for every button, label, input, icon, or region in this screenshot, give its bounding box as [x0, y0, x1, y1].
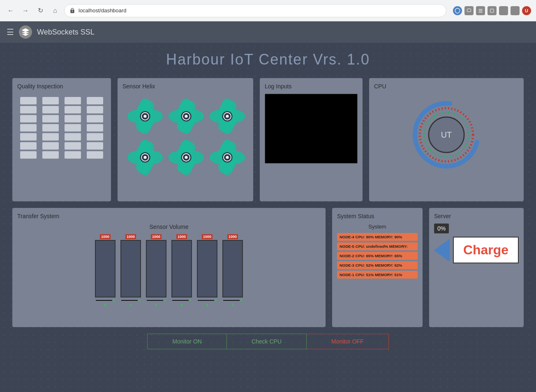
svg-point-38 — [143, 156, 146, 159]
sensor-helix-panel: Sensor Helix — [118, 78, 253, 201]
server-percent: 0% — [434, 224, 449, 233]
system-status-panel: System Status System NODE-4 CPU: 90% MEM… — [332, 208, 423, 327]
svg-point-29 — [226, 115, 229, 118]
bar-5: 1000 0 0 — [197, 234, 217, 307]
quality-cell — [65, 142, 81, 150]
bar-outer — [95, 240, 116, 297]
charge-box: Charge — [453, 237, 519, 263]
system-subtitle: System — [337, 224, 418, 230]
quality-cell — [42, 151, 59, 159]
forward-button[interactable]: → — [20, 5, 31, 16]
bar-6: 1000 0 0 — [222, 234, 243, 307]
quality-cell — [20, 142, 37, 150]
charge-arrow-icon — [434, 239, 450, 262]
quality-grid — [17, 94, 106, 162]
cpu-panel: CPU // Rendered inline below — [369, 78, 524, 201]
bar-outer — [146, 240, 166, 297]
top-row: Quality Inspection — [12, 78, 524, 201]
charge-label: Charge — [463, 242, 508, 257]
svg-rect-1 — [467, 9, 471, 12]
bar-4: 1000 0 0 — [171, 234, 192, 307]
svg-point-47 — [185, 156, 187, 159]
flower-5 — [168, 139, 205, 176]
bar-top-label: 1000 — [227, 234, 238, 239]
helix-grid — [122, 94, 248, 180]
quality-cell — [87, 142, 103, 150]
bar-green-label: 0 — [129, 303, 132, 307]
check-cpu-button[interactable]: Check CPU — [227, 334, 307, 349]
system-status-title: System Status — [337, 213, 418, 219]
svg-text:UT: UT — [441, 130, 452, 139]
quality-cell — [87, 106, 103, 113]
bar-top-label: 1000 — [151, 234, 162, 239]
bar-3: 1000 0 0 — [146, 234, 166, 307]
flower-4 — [127, 139, 164, 176]
log-inputs-panel: Log Inputs — [260, 78, 363, 201]
quality-cell — [65, 97, 81, 104]
bar-green-label: 0 — [206, 303, 208, 307]
log-screen — [265, 94, 358, 164]
app-logo — [19, 25, 32, 39]
quality-inspection-panel: Quality Inspection — [12, 78, 111, 201]
status-node-3: NODE-3 CPU: 52% MEMORY: 52% — [337, 261, 418, 269]
flower-2 — [168, 98, 205, 135]
bar-top-label: 1000 — [202, 234, 213, 239]
quality-inspection-title: Quality Inspection — [17, 83, 106, 90]
sensor-volume-title: Sensor Volume — [17, 224, 321, 230]
quality-cell — [65, 133, 81, 141]
svg-rect-2 — [490, 9, 494, 12]
browser-icon-5 — [499, 6, 508, 15]
flower-1 — [127, 98, 164, 135]
flower-6 — [209, 139, 246, 176]
quality-cell — [65, 124, 81, 131]
sensor-helix-title: Sensor Helix — [122, 83, 248, 90]
server-charge-row: Charge — [434, 237, 519, 263]
svg-point-20 — [185, 115, 187, 118]
quality-cell — [87, 97, 103, 104]
quality-cell — [20, 106, 37, 113]
browser-icon-6 — [511, 6, 520, 15]
page-title: Harbour IoT Center Vrs. 1.0 — [12, 51, 524, 68]
server-panel: Server 0% Charge — [429, 208, 524, 327]
transfer-system-title: Transfer System — [17, 213, 321, 219]
quality-cell — [42, 97, 59, 104]
quality-col-1 — [20, 97, 37, 159]
quality-cell — [65, 106, 81, 113]
bottom-row: Transfer System Sensor Volume 1000 0 0 — [12, 208, 524, 327]
quality-cell — [20, 115, 37, 122]
address-bar[interactable]: localhost/dashboard — [64, 4, 446, 17]
quality-col-3 — [65, 97, 81, 159]
monitor-off-button[interactable]: Monitor OFF — [307, 334, 389, 349]
status-node-1: NODE-1 CPU: 51% MEMORY: 51% — [337, 271, 418, 279]
quality-cell — [42, 133, 59, 141]
browser-icon-1 — [453, 6, 462, 15]
quality-cell — [42, 142, 59, 150]
server-title: Server — [434, 213, 519, 219]
quality-cell — [42, 106, 59, 113]
quality-cell — [87, 133, 103, 141]
menu-icon[interactable]: ☰ — [7, 27, 14, 37]
back-button[interactable]: ← — [5, 5, 16, 16]
bar-outer — [197, 240, 217, 297]
bar-top-label: 1000 — [100, 234, 111, 239]
lock-icon — [69, 8, 75, 14]
browser-icon-3 — [476, 6, 485, 15]
bar-green-label: 0 — [180, 303, 183, 307]
quality-cell — [65, 151, 81, 159]
monitor-on-button[interactable]: Monitor ON — [147, 334, 227, 349]
user-avatar[interactable]: U — [522, 6, 531, 15]
cpu-title: CPU — [374, 83, 519, 90]
bar-outer — [171, 240, 192, 297]
reload-button[interactable]: ↻ — [35, 5, 46, 16]
svg-point-11 — [143, 115, 146, 118]
app-title: WebSockets SSL — [37, 28, 95, 37]
flower-3 — [209, 98, 246, 135]
quality-col-4 — [87, 97, 103, 159]
quality-cell — [20, 124, 37, 131]
home-button[interactable]: ⌂ — [49, 5, 61, 16]
app-bar: ☰ WebSockets SSL — [0, 21, 536, 43]
quality-cell — [65, 115, 81, 122]
volume-bars: 1000 0 0 1000 — [17, 234, 321, 307]
browser-bar: ← → ↻ ⌂ localhost/dashboard U — [0, 0, 536, 21]
quality-cell — [87, 124, 103, 131]
